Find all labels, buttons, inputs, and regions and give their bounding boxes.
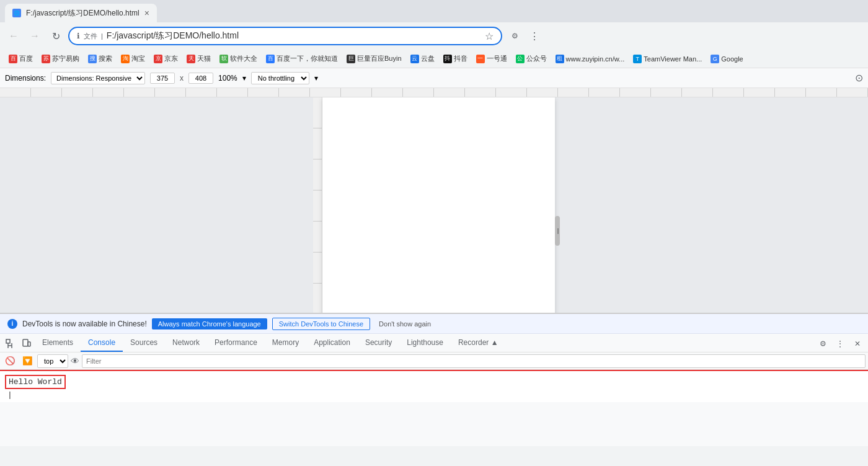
- bookmark-suning[interactable]: 苏 苏宁易购: [38, 52, 83, 65]
- bookmark-search[interactable]: 搜 搜索: [84, 52, 116, 65]
- buyin-icon: 巨: [347, 55, 355, 63]
- address-url-input[interactable]: [107, 31, 481, 41]
- tab-console[interactable]: Console: [81, 334, 123, 352]
- bookmark-teamviewer[interactable]: T TeamViewer Man...: [629, 53, 706, 65]
- match-language-button[interactable]: Always match Chrome's language: [152, 318, 267, 329]
- tab-memory[interactable]: Memory: [265, 334, 306, 352]
- width-input[interactable]: [150, 73, 175, 84]
- inspect-element-icon[interactable]: [2, 336, 19, 352]
- baidu-icon: 百: [9, 55, 17, 63]
- console-output: Hello World |: [0, 370, 868, 402]
- dimension-separator: x: [180, 74, 184, 83]
- back-button[interactable]: ←: [5, 27, 22, 45]
- address-bar: ← → ↻ ℹ 文件 | ☆ ⚙ ⋮: [0, 22, 868, 50]
- bookmark-buyin[interactable]: 巨 巨量百应Buyin: [343, 52, 405, 65]
- more-options-icon[interactable]: ⋮: [832, 336, 848, 352]
- ruler-h-marks: [0, 88, 868, 97]
- console-filter-button[interactable]: 🔽: [20, 354, 35, 369]
- throttle-dropdown-icon: ▾: [314, 74, 318, 83]
- baidu2-icon: 百: [266, 55, 275, 63]
- bookmark-label: 百度一下，你就知道: [277, 54, 338, 63]
- height-input[interactable]: [188, 73, 213, 84]
- bookmark-yunpan[interactable]: 云 云盘: [407, 52, 438, 65]
- bookmark-baidu[interactable]: 百 百度: [5, 52, 37, 65]
- tab-close-icon[interactable]: ×: [144, 8, 149, 18]
- right-resize-handle[interactable]: ||: [555, 216, 560, 246]
- device-toolbar-icon[interactable]: [19, 336, 35, 352]
- bookmark-douyin[interactable]: 抖 抖音: [440, 52, 471, 65]
- bookmark-gongzhonghao[interactable]: 公 公众号: [512, 52, 551, 65]
- bookmark-taobao[interactable]: 淘 淘宝: [117, 52, 149, 65]
- bookmark-label: 百度: [19, 54, 33, 63]
- bookmark-label: 公众号: [526, 54, 547, 63]
- dimensions-select[interactable]: Dimensions: Responsive: [51, 72, 145, 84]
- tab-sources[interactable]: Sources: [123, 334, 165, 352]
- bookmark-label: 搜索: [99, 54, 112, 63]
- bookmark-label: 天猫: [197, 54, 211, 63]
- bookmark-soft[interactable]: 软 软件大全: [216, 52, 261, 65]
- bookmark-yihaotong[interactable]: 一 一号通: [472, 52, 511, 65]
- bookmark-tianmao[interactable]: 天 天猫: [183, 52, 215, 65]
- bookmark-jd[interactable]: 京 京东: [150, 52, 182, 65]
- tab-lighthouse[interactable]: Lighthouse: [399, 334, 451, 352]
- throttle-select[interactable]: No throttling: [251, 72, 309, 84]
- forward-button[interactable]: →: [26, 27, 43, 45]
- close-devtools-icon[interactable]: ✕: [849, 336, 866, 352]
- tab-performance[interactable]: Performance: [207, 334, 265, 352]
- url-scheme-label: 文件: [84, 32, 97, 41]
- devtools-panel: i DevTools is now available in Chinese! …: [0, 313, 868, 446]
- soft-icon: 软: [219, 55, 228, 63]
- tab-bar: 🌐 F:/javascript/练习DEMO/hello.html ×: [0, 0, 868, 22]
- bookmark-label: 云盘: [421, 54, 435, 63]
- bookmark-label: 软件大全: [230, 54, 257, 63]
- tab-elements[interactable]: Elements: [35, 334, 81, 352]
- eye-icon[interactable]: 👁: [71, 356, 79, 366]
- bookmark-label: 淘宝: [131, 54, 145, 63]
- tianmao-icon: 天: [187, 55, 195, 63]
- bookmark-baidu-search[interactable]: 百 百度一下，你就知道: [262, 52, 342, 65]
- tab-recorder[interactable]: Recorder ▲: [451, 334, 506, 352]
- reload-button[interactable]: ↻: [47, 27, 64, 45]
- clear-console-button[interactable]: 🚫: [2, 354, 17, 369]
- console-output-line: Hello World: [5, 375, 66, 389]
- page-iframe: [322, 97, 555, 313]
- switch-chinese-button[interactable]: Switch DevTools to Chinese: [272, 318, 370, 330]
- bookmark-google[interactable]: G Google: [707, 53, 746, 65]
- bookmark-label: 苏宁易购: [52, 54, 79, 63]
- taobao-icon: 淘: [121, 55, 130, 63]
- zoom-dropdown-icon[interactable]: ▾: [242, 74, 246, 83]
- address-bar-right: ⚙ ⋮: [506, 27, 543, 45]
- extensions-button[interactable]: ⚙: [506, 27, 523, 45]
- bookmark-zuyipin[interactable]: 租 www.zuyipin.cn/w...: [552, 53, 629, 65]
- ruler-vertical: [313, 97, 322, 313]
- browser-tab[interactable]: 🌐 F:/javascript/练习DEMO/hello.html ×: [5, 4, 157, 22]
- browser-chrome: 🌐 F:/javascript/练习DEMO/hello.html × ← → …: [0, 0, 868, 68]
- notification-text: DevTools is now available in Chinese!: [22, 320, 147, 328]
- tab-application[interactable]: Application: [306, 334, 358, 352]
- svg-rect-5: [28, 342, 30, 346]
- teamviewer-icon: T: [633, 55, 642, 63]
- yunpan-icon: 云: [410, 55, 419, 63]
- dont-show-button[interactable]: Don't show again: [375, 318, 435, 329]
- zoom-label: 100%: [218, 74, 237, 83]
- yihaotong-icon: 一: [476, 55, 485, 63]
- bookmark-star-icon[interactable]: ☆: [485, 30, 494, 42]
- notification-info-icon: i: [7, 319, 17, 329]
- tab-network[interactable]: Network: [165, 334, 207, 352]
- menu-button[interactable]: ⋮: [526, 27, 543, 45]
- context-select[interactable]: top: [37, 354, 68, 368]
- settings-icon[interactable]: ⚙: [815, 336, 831, 352]
- jd-icon: 京: [154, 55, 162, 63]
- content-wrapper: Dimensions: Dimensions: Responsive x 100…: [0, 68, 868, 446]
- console-filter-input[interactable]: [82, 354, 866, 368]
- address-bar-input-wrap: ℹ 文件 | ☆: [68, 27, 502, 45]
- tab-title: F:/javascript/练习DEMO/hello.html: [26, 8, 140, 19]
- responsive-toolbar: Dimensions: Dimensions: Responsive x 100…: [0, 68, 868, 88]
- url-separator: |: [101, 32, 103, 40]
- bookmark-label: 京东: [164, 54, 178, 63]
- svg-rect-0: [6, 339, 10, 343]
- notification-bar: i DevTools is now available in Chinese! …: [0, 314, 868, 334]
- device-mode-icon[interactable]: ⊙: [855, 72, 863, 84]
- tab-security[interactable]: Security: [358, 334, 399, 352]
- bookmarks-bar: 百 百度 苏 苏宁易购 搜 搜索 淘 淘宝 京 京东 天 天猫 软 软件大全 百: [0, 50, 868, 68]
